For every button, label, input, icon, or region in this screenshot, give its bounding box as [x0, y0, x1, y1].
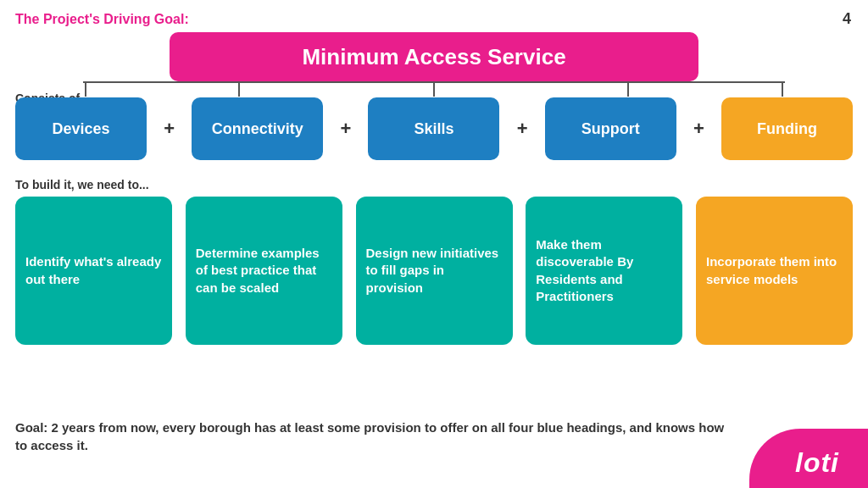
plus-2: + — [340, 118, 351, 140]
loti-logo: loti — [749, 429, 868, 488]
action-determine: Determine examples of best practice that… — [186, 197, 342, 345]
action-incorporate: Incorporate them into service models — [696, 197, 853, 345]
build-it-label: To build it, we need to... — [15, 178, 149, 191]
actions-row: Identify what's already out there Determ… — [15, 197, 853, 345]
driving-goal-title: The Project's Driving Goal: — [15, 12, 189, 27]
plus-3: + — [517, 118, 528, 140]
plus-1: + — [164, 118, 175, 140]
component-skills: Skills — [368, 97, 499, 160]
plus-4: + — [693, 118, 704, 140]
component-funding: Funding — [721, 97, 853, 160]
action-identify: Identify what's already out there — [15, 197, 172, 345]
mas-box: Minimum Access Service — [170, 32, 698, 81]
action-design: Design new initiatives to fill gaps in p… — [356, 197, 513, 345]
page-number: 4 — [843, 10, 851, 28]
component-connectivity: Connectivity — [192, 97, 323, 160]
components-row: Devices + Connectivity + Skills + Suppor… — [15, 95, 853, 163]
component-support: Support — [545, 97, 676, 160]
loti-text: loti — [778, 439, 839, 479]
action-discoverable: Make them discoverable By Residents and … — [526, 197, 682, 345]
bottom-goal-text: Goal: 2 years from now, every borough ha… — [15, 419, 732, 454]
mas-title: Minimum Access Service — [302, 44, 565, 70]
component-devices: Devices — [15, 97, 147, 160]
